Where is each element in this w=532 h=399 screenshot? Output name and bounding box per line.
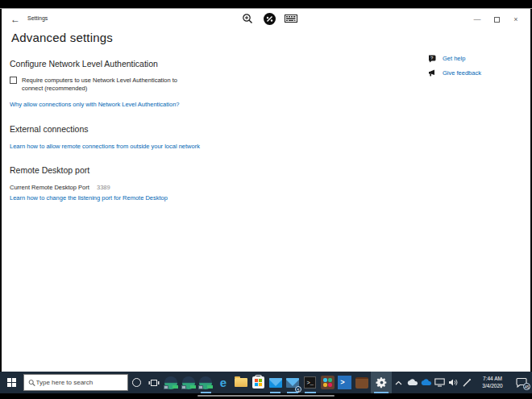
get-help-icon: ?	[428, 54, 437, 63]
restore-icon	[494, 17, 500, 23]
page-title: Advanced settings	[11, 31, 113, 44]
section-heading-external: External connections	[10, 124, 88, 134]
outlook-button[interactable]	[267, 372, 285, 393]
pen-button[interactable]	[460, 372, 474, 393]
back-button[interactable]: ←	[8, 12, 23, 27]
edge-icon: e	[220, 376, 227, 389]
start-button[interactable]	[0, 372, 23, 393]
give-feedback-link: Give feedback	[443, 69, 481, 77]
windows-logo-icon	[7, 378, 16, 387]
top-black-bar	[0, 0, 532, 9]
outlook-icon	[269, 378, 282, 388]
bottom-black-bar	[0, 393, 532, 399]
give-feedback-icon	[428, 69, 437, 77]
close-button[interactable]: ×	[506, 10, 526, 28]
remote-app-2-button[interactable]	[180, 372, 197, 393]
system-tray: 7:44 AM 3/4/2020 45	[392, 372, 532, 393]
taskbar-search[interactable]	[23, 374, 127, 391]
external-connections-link[interactable]: Learn how to allow remote connections fr…	[10, 143, 200, 150]
help-column: ? Get help Give feedback	[428, 54, 481, 83]
cloud-blue-icon	[421, 379, 432, 386]
section-heading-port: Remote Desktop port	[10, 165, 89, 175]
cortana-icon	[132, 378, 141, 387]
slack-button[interactable]	[319, 372, 337, 393]
task-view-button[interactable]	[145, 372, 163, 393]
cloud-icon	[407, 379, 418, 386]
gesture-bar[interactable]	[197, 395, 335, 397]
wallet-app-button[interactable]	[354, 372, 372, 393]
window-controls: — ×	[468, 9, 526, 30]
remote-app-2-icon	[182, 376, 195, 389]
cortana-button[interactable]	[128, 372, 146, 393]
clock-date: 3/4/2020	[474, 383, 511, 390]
remote-app-1-button[interactable]	[163, 372, 181, 393]
task-view-icon	[148, 378, 160, 388]
nla-checkbox-label: Require computers to use Network Level A…	[22, 77, 193, 93]
search-icon	[28, 379, 35, 387]
titlebar: ← Settings — ×	[2, 9, 530, 30]
speaker-icon	[448, 378, 459, 387]
notification-badge: 45	[523, 383, 530, 390]
volume-button[interactable]	[447, 372, 460, 393]
powershell-button[interactable]: >	[336, 372, 354, 393]
terminal-icon: >_	[304, 376, 316, 389]
get-help-link: Get help	[443, 55, 465, 62]
display-button[interactable]	[433, 372, 447, 393]
clock-time: 7:44 AM	[474, 376, 511, 383]
remote-session-circle	[264, 13, 276, 25]
store-button[interactable]	[249, 372, 267, 393]
taskbar-clock[interactable]: 7:44 AM 3/4/2020	[474, 376, 511, 389]
terminal-button[interactable]: >_	[301, 372, 319, 393]
settings-window: ← Settings — × Adv	[2, 9, 530, 372]
minimize-button[interactable]: —	[468, 10, 487, 28]
remote-app-3-button[interactable]	[197, 372, 215, 393]
remote-app-1-icon	[164, 376, 177, 389]
port-value: 3389	[97, 184, 110, 191]
section-heading-nla: Configure Network Level Authentication	[10, 59, 158, 69]
edge-button[interactable]: e	[214, 372, 232, 393]
nla-checkbox-row: Require computers to use Network Level A…	[10, 77, 193, 93]
change-port-link[interactable]: Learn how to change the listening port f…	[10, 194, 168, 202]
slack-icon	[321, 376, 335, 389]
settings-gear-icon	[376, 376, 388, 389]
file-explorer-button[interactable]	[232, 372, 250, 393]
session-toolbar	[240, 11, 298, 26]
onedrive-personal-cloud-button[interactable]	[419, 372, 433, 393]
taskbar: e 5 >_ >	[0, 372, 532, 393]
remote-app-3-icon	[199, 376, 212, 389]
chevron-up-icon	[395, 380, 402, 385]
window-title: Settings	[27, 15, 48, 21]
display-icon	[434, 378, 445, 387]
store-icon	[252, 376, 264, 389]
give-feedback-row[interactable]: Give feedback	[428, 69, 481, 77]
port-label: Current Remote Desktop Port	[10, 184, 97, 191]
nla-why-link[interactable]: Why allow connections only with Network …	[10, 101, 180, 108]
get-help-row[interactable]: ? Get help	[428, 54, 481, 63]
file-explorer-icon	[235, 378, 247, 387]
screen: ← Settings — × Adv	[0, 0, 532, 399]
nla-checkbox[interactable]	[10, 77, 17, 84]
restore-button[interactable]	[487, 10, 506, 28]
port-row: Current Remote Desktop Port 3389	[10, 184, 110, 191]
remote-session-icon[interactable]	[262, 11, 276, 26]
wallet-app-icon	[355, 377, 368, 389]
pen-icon	[463, 378, 472, 387]
onedrive-cloud-button[interactable]	[405, 372, 419, 393]
settings-taskbar-button[interactable]	[371, 372, 392, 393]
action-center-button[interactable]: 45	[511, 372, 532, 393]
keyboard-icon[interactable]	[284, 11, 298, 26]
search-input[interactable]	[36, 379, 123, 386]
powershell-icon: >	[338, 376, 351, 389]
mail-button[interactable]: 5	[284, 372, 301, 393]
zoom-icon[interactable]	[240, 11, 255, 26]
tray-chevron-button[interactable]	[392, 372, 405, 393]
